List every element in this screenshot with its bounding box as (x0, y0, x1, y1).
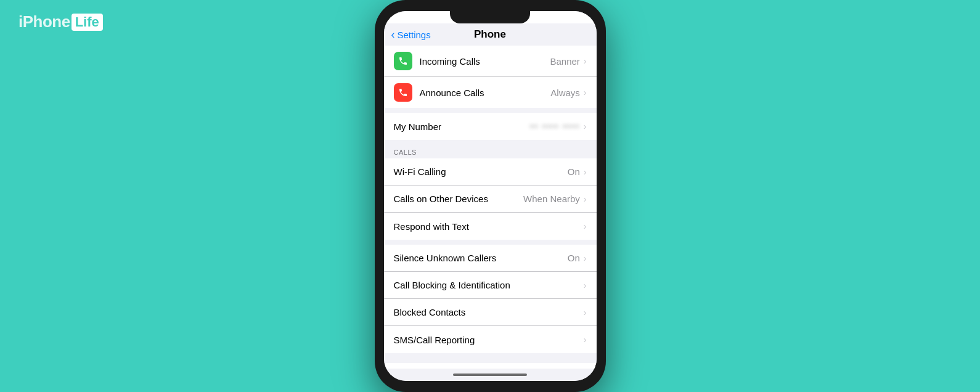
my-number-label: My Number (394, 121, 531, 132)
change-voicemail-password-row[interactable]: Change Voicemail Password (384, 363, 597, 369)
silence-unknown-label: Silence Unknown Callers (394, 253, 568, 263)
back-label: Settings (398, 30, 431, 40)
wifi-calling-label: Wi-Fi Calling (394, 166, 568, 177)
blocked-contacts-label: Blocked Contacts (394, 307, 584, 317)
announce-calls-icon (394, 83, 412, 102)
respond-with-text-label: Respond with Text (394, 221, 584, 232)
my-number-group: My Number •• •••• •••• › (384, 113, 597, 140)
announce-calls-chevron-icon: › (584, 88, 587, 97)
incoming-calls-chevron-icon: › (584, 56, 587, 66)
announce-calls-label: Announce Calls (420, 88, 551, 98)
notch (450, 11, 530, 23)
blocking-group: Silence Unknown Callers On › Call Blocki… (384, 245, 597, 353)
brand-iphone-text: iPhone (18, 12, 70, 31)
brand-logo: iPhoneLife (18, 12, 103, 31)
announce-group: Incoming Calls Banner › Announce Calls A… (384, 46, 597, 108)
calls-group: CALLS Wi-Fi Calling On › Calls on Other … (384, 145, 597, 240)
my-number-row[interactable]: My Number •• •••• •••• › (384, 113, 597, 140)
call-blocking-row[interactable]: Call Blocking & Identification › (384, 272, 597, 299)
phone-screen: ‹ Settings Phone Incoming Calls Banner › (384, 11, 597, 381)
silence-unknown-value: On (568, 253, 580, 263)
my-number-chevron-icon: › (584, 121, 587, 131)
home-indicator (453, 374, 527, 376)
announce-calls-value: Always (550, 88, 580, 98)
notch-bar (384, 11, 597, 23)
calls-other-devices-label: Calls on Other Devices (394, 194, 524, 204)
back-button[interactable]: ‹ Settings (391, 28, 431, 41)
page-title: Phone (474, 28, 506, 41)
wifi-calling-chevron-icon: › (584, 167, 587, 177)
blocked-contacts-row[interactable]: Blocked Contacts › (384, 299, 597, 326)
incoming-calls-label: Incoming Calls (420, 56, 550, 67)
phone-bottom (384, 369, 597, 381)
silence-unknown-chevron-icon: › (584, 253, 587, 263)
incoming-calls-value: Banner (550, 56, 579, 67)
silence-unknown-row[interactable]: Silence Unknown Callers On › (384, 245, 597, 272)
back-chevron-icon: ‹ (391, 28, 395, 41)
phone-frame: ‹ Settings Phone Incoming Calls Banner › (375, 0, 606, 392)
respond-with-text-row[interactable]: Respond with Text › (384, 213, 597, 240)
my-number-value: •• •••• •••• (530, 121, 580, 131)
nav-header: ‹ Settings Phone (384, 23, 597, 46)
respond-with-text-chevron-icon: › (584, 221, 587, 231)
calls-group-rows: Wi-Fi Calling On › Calls on Other Device… (384, 158, 597, 240)
sms-call-reporting-chevron-icon: › (584, 335, 587, 345)
incoming-calls-icon (394, 52, 412, 70)
sms-call-reporting-row[interactable]: SMS/Call Reporting › (384, 326, 597, 353)
announce-calls-row[interactable]: Announce Calls Always › (384, 77, 597, 108)
calls-other-devices-value: When Nearby (523, 194, 580, 204)
blocked-contacts-chevron-icon: › (584, 308, 587, 317)
voicemail-group: Change Voicemail Password (384, 363, 597, 369)
settings-content: Incoming Calls Banner › Announce Calls A… (384, 46, 597, 369)
wifi-calling-value: On (568, 166, 580, 177)
brand-life-text: Life (71, 14, 103, 31)
call-blocking-label: Call Blocking & Identification (394, 280, 584, 290)
wifi-calling-row[interactable]: Wi-Fi Calling On › (384, 158, 597, 186)
calls-other-devices-row[interactable]: Calls on Other Devices When Nearby › (384, 186, 597, 213)
calls-other-devices-chevron-icon: › (584, 194, 587, 204)
incoming-calls-row[interactable]: Incoming Calls Banner › (384, 46, 597, 77)
sms-call-reporting-label: SMS/Call Reporting (394, 335, 584, 345)
calls-group-header: CALLS (384, 145, 597, 158)
spacer-1 (384, 358, 597, 363)
call-blocking-chevron-icon: › (584, 280, 587, 290)
